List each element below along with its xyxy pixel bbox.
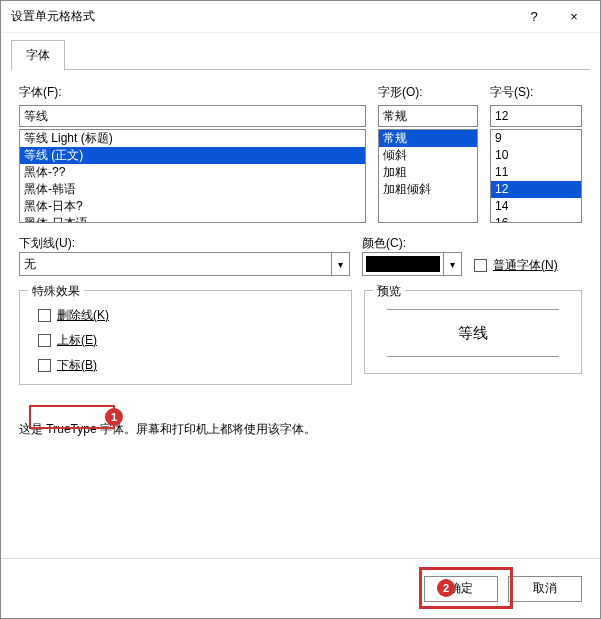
- font-input[interactable]: [19, 105, 366, 127]
- subscript-checkbox[interactable]: 下标(B): [38, 357, 341, 374]
- dialog-title: 设置单元格格式: [11, 8, 514, 25]
- font-listbox[interactable]: 等线 Light (标题)等线 (正文)黑体-??黑体-韩语黑体-日本?黑体-日…: [19, 129, 366, 223]
- chevron-down-icon: ▾: [443, 253, 461, 275]
- list-item[interactable]: 常规: [379, 130, 477, 147]
- style-listbox[interactable]: 常规倾斜加粗加粗倾斜: [378, 129, 478, 223]
- list-item[interactable]: 14: [491, 198, 581, 215]
- size-input[interactable]: [490, 105, 582, 127]
- list-item[interactable]: 11: [491, 164, 581, 181]
- font-label: 字体(F):: [19, 84, 366, 101]
- list-item[interactable]: 16: [491, 215, 581, 223]
- size-label: 字号(S):: [490, 84, 582, 101]
- content-area: 字体(F): 等线 Light (标题)等线 (正文)黑体-??黑体-韩语黑体-…: [1, 70, 600, 558]
- titlebar: 设置单元格格式 ? ×: [1, 1, 600, 33]
- list-item[interactable]: 等线 Light (标题): [20, 130, 365, 147]
- color-label: 颜色(C):: [362, 236, 406, 250]
- color-combo[interactable]: ▾: [362, 252, 462, 276]
- strikethrough-checkbox[interactable]: 删除线(K): [38, 307, 341, 324]
- list-item[interactable]: 倾斜: [379, 147, 477, 164]
- color-swatch: [366, 256, 440, 272]
- preview-group: 预览 等线: [364, 290, 582, 374]
- list-item[interactable]: 12: [491, 181, 581, 198]
- close-button[interactable]: ×: [554, 3, 594, 31]
- list-item[interactable]: 黑体-日本?: [20, 198, 365, 215]
- list-item[interactable]: 黑体-韩语: [20, 181, 365, 198]
- superscript-checkbox[interactable]: 上标(E): [38, 332, 341, 349]
- list-item[interactable]: 黑体-??: [20, 164, 365, 181]
- size-listbox[interactable]: 91011121416: [490, 129, 582, 223]
- chevron-down-icon: ▾: [331, 253, 349, 275]
- list-item[interactable]: 黑体-日本语: [20, 215, 365, 223]
- tab-font[interactable]: 字体: [11, 40, 65, 71]
- list-item[interactable]: 9: [491, 130, 581, 147]
- effects-legend: 特殊效果: [28, 283, 84, 300]
- help-button[interactable]: ?: [514, 3, 554, 31]
- normal-font-checkbox[interactable]: 普通字体(N): [474, 257, 558, 274]
- truetype-note: 这是 TrueType 字体。屏幕和打印机上都将使用该字体。: [19, 421, 582, 438]
- preview-box: 等线: [387, 309, 559, 357]
- list-item[interactable]: 加粗倾斜: [379, 181, 477, 198]
- cancel-button[interactable]: 取消: [508, 576, 582, 602]
- style-input[interactable]: [378, 105, 478, 127]
- format-cells-dialog: 设置单元格格式 ? × 字体 字体(F): 等线 Light (标题)等线 (正…: [0, 0, 601, 619]
- footer: 2 确定 取消: [1, 558, 600, 618]
- list-item[interactable]: 加粗: [379, 164, 477, 181]
- list-item[interactable]: 10: [491, 147, 581, 164]
- ok-button[interactable]: 确定: [424, 576, 498, 602]
- tab-strip: 字体: [1, 33, 600, 70]
- list-item[interactable]: 等线 (正文): [20, 147, 365, 164]
- style-label: 字形(O):: [378, 84, 478, 101]
- underline-combo[interactable]: 无 ▾: [19, 252, 350, 276]
- effects-group: 特殊效果 删除线(K) 上标(E) 下标(B): [19, 290, 352, 385]
- preview-legend: 预览: [373, 283, 405, 300]
- underline-label: 下划线(U):: [19, 236, 75, 250]
